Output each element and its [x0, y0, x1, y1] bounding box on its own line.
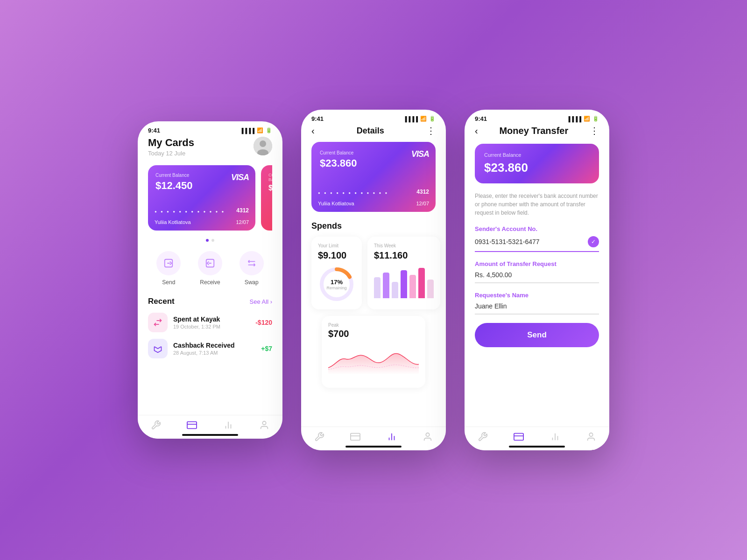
status-bar-2: 9:41 ▐▐▐▐ 📶 🔋 [301, 110, 446, 125]
svg-rect-17 [514, 434, 523, 441]
bottom-nav-2 [301, 427, 446, 450]
time-1: 9:41 [148, 127, 160, 134]
spends-section: Spends Your Limit $9.100 [301, 221, 446, 388]
nav-person-3[interactable] [586, 432, 596, 442]
requestee-field [475, 302, 599, 315]
swap-action[interactable]: Swap [240, 251, 264, 286]
swap-icon [240, 251, 264, 275]
nav-wrench-1[interactable] [151, 420, 161, 430]
donut-center: 17% Remaining [326, 279, 346, 290]
signal-icon: ▐▐▐▐ [240, 128, 254, 133]
transaction-2[interactable]: Cashback Received 28 August, 7:13 AM +$7 [148, 339, 272, 358]
transaction-1[interactable]: Spent at Kayak 19 October, 1:32 PM -$120 [148, 313, 272, 332]
txn-name-2: Cashback Received [173, 342, 255, 349]
actions-row: Send Receive Swap [148, 251, 272, 286]
check-icon: ✓ [588, 236, 599, 247]
status-bar-1: 9:41 ▐▐▐▐ 📶 🔋 [138, 121, 282, 137]
card-holder-1: Yuliia Kotliatova [155, 219, 191, 225]
sender-account-field: ✓ [475, 236, 599, 252]
card-number-2: 4312 [416, 189, 429, 195]
txn-date-2: 28 August, 7:13 AM [173, 350, 255, 356]
more-button-2[interactable]: ⋮ [426, 125, 436, 136]
battery-icon-3: 🔋 [592, 116, 599, 122]
card-visa-1: VISA [231, 173, 249, 182]
nav-card-3[interactable] [514, 432, 524, 442]
bar-3 [392, 282, 398, 298]
status-bar-3: 9:41 ▐▐▐▐ 📶 🔋 [465, 110, 609, 125]
bar-1 [374, 277, 381, 298]
avatar-1[interactable] [254, 137, 272, 155]
limit-sublabel: Your Limit [318, 243, 355, 248]
bar-chart [374, 266, 434, 298]
card-dots-2: ● ● ● ● ● ● ● ● ● ● ● ● [318, 191, 388, 195]
bar-4 [401, 270, 407, 298]
page-subtitle-1: Today 12 Jule [148, 150, 194, 157]
receive-icon [198, 251, 222, 275]
balance-value-3: $23.860 [484, 161, 590, 175]
nav-wrench-2[interactable] [314, 432, 324, 442]
see-all-button[interactable]: See All › [250, 298, 272, 305]
spends-limit-card: Your Limit $9.100 17% [311, 237, 362, 309]
line-chart-card: Peak $700 [322, 316, 425, 388]
spends-row: Your Limit $9.100 17% [311, 237, 436, 309]
card-secondary[interactable]: Current Balance $1... [261, 165, 272, 231]
card-expiry-1: 12/07 [236, 219, 249, 225]
svg-point-21 [590, 433, 593, 436]
nav-wrench-3[interactable] [478, 432, 488, 442]
nav-chart-2[interactable] [387, 432, 397, 442]
nav-chart-3[interactable] [550, 432, 560, 442]
bottom-nav-1 [138, 415, 282, 439]
txn-amount-2: +$7 [261, 345, 272, 352]
receive-action[interactable]: Receive [198, 251, 222, 286]
wifi-icon-3: 📶 [584, 116, 590, 122]
balance-label-3: Current Balance [484, 152, 590, 158]
nav-person-1[interactable] [259, 420, 269, 430]
send-button[interactable]: Send [475, 323, 599, 347]
more-button-3[interactable]: ⋮ [590, 125, 599, 136]
bar-6 [418, 268, 425, 298]
requestee-label: Requestee's Name [475, 292, 599, 299]
card-main[interactable]: Current Balance $12.450 VISA ● ● ● ● ● ●… [148, 165, 255, 231]
balance-card-3: Current Balance $23.860 [475, 144, 599, 183]
send-label: Send [162, 279, 175, 286]
status-icons-1: ▐▐▐▐ 📶 🔋 [240, 127, 272, 133]
peak-value: $700 [328, 329, 419, 339]
week-value: $11.160 [374, 250, 434, 261]
back-button-2[interactable]: ‹ [311, 126, 315, 136]
limit-value: $9.100 [318, 250, 355, 261]
wifi-icon: 📶 [257, 127, 263, 133]
transfer-description: Please, enter the receiver's bank accoun… [465, 192, 609, 217]
phone-3: 9:41 ▐▐▐▐ 📶 🔋 ‹ Money Transfer ⋮ Current… [465, 110, 609, 450]
nav-card-2[interactable] [350, 432, 360, 442]
sender-account-input[interactable] [475, 238, 588, 245]
requestee-input[interactable] [475, 302, 599, 310]
bar-5 [409, 275, 416, 298]
amount-input[interactable] [475, 271, 599, 279]
card-detail[interactable]: Current Balance $23.860 VISA ● ● ● ● ● ●… [311, 142, 436, 212]
svg-rect-12 [351, 434, 360, 441]
nav-chart-1[interactable] [223, 420, 233, 430]
transaction-icon-1 [148, 313, 168, 332]
receive-label: Receive [200, 279, 220, 286]
phone-2: 9:41 ▐▐▐▐ 📶 🔋 ‹ Details ⋮ Current Balanc… [301, 110, 446, 450]
back-button-3[interactable]: ‹ [475, 126, 478, 136]
bar-7 [427, 280, 434, 298]
svg-point-9 [263, 421, 266, 425]
peak-sublabel: Peak [328, 322, 419, 328]
home-indicator-2 [345, 446, 402, 448]
transaction-icon-2 [148, 339, 168, 358]
card-number-1: 4312 [236, 207, 249, 214]
wifi-icon-2: 📶 [420, 116, 427, 122]
battery-icon-2: 🔋 [429, 116, 436, 122]
svg-point-1 [260, 140, 266, 147]
dot-2 [211, 239, 214, 242]
nav-card-1[interactable] [187, 420, 197, 430]
form-section: Sender's Account No. ✓ Amount of Transfe… [465, 225, 609, 315]
bar-2 [383, 273, 389, 298]
home-indicator-1 [182, 434, 238, 436]
page-title-2: Details [357, 126, 384, 136]
swap-label: Swap [245, 279, 259, 286]
nav-person-2[interactable] [423, 432, 433, 442]
send-action[interactable]: Send [156, 251, 181, 286]
page-title-1: My Cards [148, 137, 194, 149]
